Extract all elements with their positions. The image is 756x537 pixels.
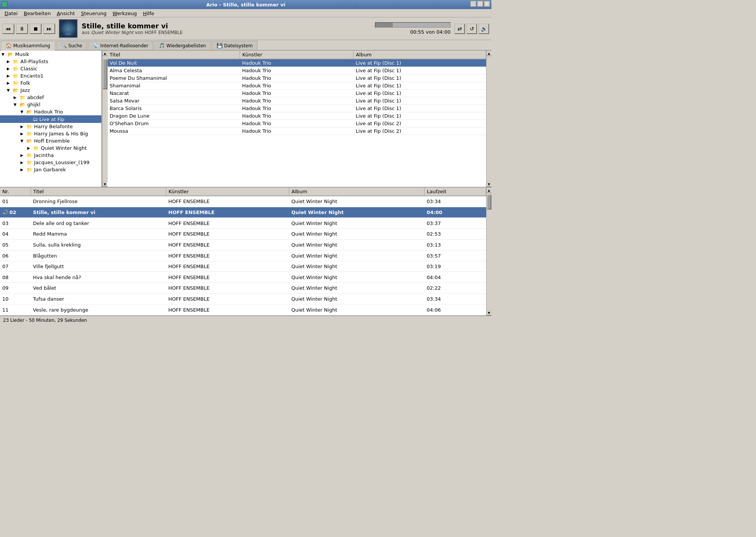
tree-item-all-playlists[interactable]: ▶ All-Playlists: [0, 58, 101, 65]
song-row[interactable]: Shamanimal Hadouk Trio Live at Fip (Disc…: [107, 82, 486, 90]
tree-scroll-up[interactable]: ▲: [102, 51, 108, 56]
tree-arrow-encanto1: ▶: [7, 74, 12, 78]
tree-scroll-thumb[interactable]: [103, 59, 107, 89]
tree-label-allplaylists: All-Playlists: [20, 59, 48, 64]
folder-icon-belafonte: [26, 124, 33, 129]
col-header-kuenstler[interactable]: Künstler: [240, 51, 353, 59]
playlist-duration: 03:37: [424, 218, 486, 229]
app-title: Ario - Stille, stille kommer vi: [206, 2, 285, 8]
playlist-row[interactable]: 09 Ved bålet HOFF ENSEMBLE Quiet Winter …: [0, 283, 486, 294]
song-title: Barca Solaris: [107, 105, 240, 112]
playlist-title: Dronning Fjellrose: [31, 196, 166, 207]
song-scrollbar[interactable]: ▲ ▼: [486, 51, 491, 187]
volume-button[interactable]: 🔊: [479, 23, 489, 34]
folder-icon-liveatfip: 🗂: [33, 116, 38, 122]
close-button[interactable]: ×: [484, 1, 490, 7]
maximize-button[interactable]: □: [477, 1, 483, 7]
song-artist: Hadouk Trio: [240, 82, 353, 90]
tab-wiedergabelisten[interactable]: 🎵 Wiedergabelisten: [154, 41, 211, 50]
col-header-titel[interactable]: Titel: [107, 51, 240, 59]
playlist-col-titel[interactable]: Titel: [31, 188, 166, 196]
folder-icon-jacintha: [26, 153, 33, 158]
song-scroll-up[interactable]: ▲: [486, 51, 492, 56]
tree-item-hadouk-trio[interactable]: ▼ Hadouk Trio: [0, 108, 101, 115]
col-header-album[interactable]: Album: [353, 51, 486, 59]
playlist-col-kuenstler[interactable]: Künstler: [166, 188, 289, 196]
song-panel: Titel Künstler Album Vol De Nuit Hadouk …: [107, 51, 486, 187]
shuffle-button[interactable]: ⇄: [454, 23, 465, 34]
tree-item-encanto1[interactable]: ▶ Encanto1: [0, 72, 101, 79]
folder-icon-jazz: [12, 88, 19, 93]
tree-item-harry-james[interactable]: ▶ Harry James & His Big: [0, 130, 101, 137]
tree-scroll-down[interactable]: ▼: [102, 182, 108, 187]
playlist-scrollbar[interactable]: ▲ ▼: [486, 188, 491, 315]
tree-item-jan-garbarek[interactable]: ▶ Jan Garbarek: [0, 166, 101, 173]
tree-label-liveatfip: Live at Fip: [39, 116, 64, 122]
playlist-row[interactable]: 11 Vesle, rare bygdeunge HOFF ENSEMBLE Q…: [0, 304, 486, 315]
tab-suche[interactable]: 🔍 Suche: [56, 41, 87, 50]
menu-werkzeug[interactable]: Werkzeug: [110, 10, 140, 16]
playlist-row[interactable]: 10 Tufsa danser HOFF ENSEMBLE Quiet Wint…: [0, 293, 486, 304]
tree-item-jacintha[interactable]: ▶ Jacintha: [0, 152, 101, 159]
playlist-scroll-up[interactable]: ▲: [486, 188, 492, 193]
minimize-button[interactable]: _: [470, 1, 476, 7]
menu-hilfe[interactable]: Hilfe: [140, 10, 157, 16]
stop-button[interactable]: ⏹: [29, 23, 42, 34]
playlist-scroll-down[interactable]: ▼: [486, 310, 492, 315]
repeat-button[interactable]: ↺: [466, 23, 477, 34]
pause-button[interactable]: ⏸: [16, 23, 28, 34]
playlist-row[interactable]: 03 Dele alle ord og tanker HOFF ENSEMBLE…: [0, 218, 486, 229]
playlist-duration: 03:57: [424, 250, 486, 261]
menu-datei[interactable]: Datei: [2, 10, 21, 16]
playlist-row[interactable]: 🔊02 Stille, stille kommer vi HOFF ENSEMB…: [0, 207, 486, 218]
playlist-row[interactable]: 01 Dronning Fjellrose HOFF ENSEMBLE Quie…: [0, 196, 486, 207]
playlist-col-laufzeit[interactable]: Laufzeit: [424, 188, 486, 196]
tree-item-live-at-fip[interactable]: 🗂 Live at Fip: [0, 115, 101, 123]
tree-item-folk[interactable]: ▶ Folk: [0, 79, 101, 87]
playlist-scroll-thumb[interactable]: [487, 194, 491, 210]
tree-item-harry-belafonte[interactable]: ▶ Harry Belafonte: [0, 123, 101, 130]
playlist-row[interactable]: 07 Ville fjellgutt HOFF ENSEMBLE Quiet W…: [0, 261, 486, 272]
song-title: Poeme Du Shamanimal: [107, 74, 240, 82]
tab-radiosender[interactable]: 📡 Internet-Radiosender: [88, 41, 153, 50]
song-row[interactable]: Moussa Hadouk Trio Live at Fip (Disc 2): [107, 127, 486, 135]
playlist-row[interactable]: 08 Hva skal hende nå? HOFF ENSEMBLE Quie…: [0, 272, 486, 283]
song-row[interactable]: Alma Celesta Hadouk Trio Live at Fip (Di…: [107, 67, 486, 74]
menu-steuerung[interactable]: Steuerung: [78, 10, 110, 16]
playlist-album: Quiet Winter Night: [289, 293, 424, 304]
song-row[interactable]: Dragon De Lune Hadouk Trio Live at Fip (…: [107, 112, 486, 120]
song-row[interactable]: Salsa Movar Hadouk Trio Live at Fip (Dis…: [107, 97, 486, 105]
playlist-row[interactable]: 04 Redd Mamma HOFF ENSEMBLE Quiet Winter…: [0, 229, 486, 240]
playlist-row[interactable]: 06 Blågutten HOFF ENSEMBLE Quiet Winter …: [0, 250, 486, 261]
playlist-col-nr[interactable]: Nr.: [0, 188, 31, 196]
tree-item-jazz[interactable]: ▼ Jazz: [0, 87, 101, 94]
tab-musiksammlung[interactable]: 🏠 Musiksammlung: [1, 41, 55, 51]
tree-label-hadouk: Hadouk Trio: [34, 109, 63, 115]
song-row[interactable]: O'Shehan Drum Hadouk Trio Live at Fip (D…: [107, 120, 486, 127]
tree-item-quiet-winter[interactable]: ▶ Quiet Winter Night: [0, 144, 101, 152]
playlist-col-album[interactable]: Album: [289, 188, 424, 196]
song-row[interactable]: Nacarat Hadouk Trio Live at Fip (Disc 1): [107, 90, 486, 97]
tree-item-jacques-loussier[interactable]: ▶ Jacques_Loussier_(199: [0, 159, 101, 166]
tree-item-abcdef[interactable]: ▶ abcdef: [0, 94, 101, 101]
tab-dateisystem[interactable]: 💾 Dateisystem: [212, 41, 257, 50]
playlist-row[interactable]: 05 Sulla, sulla krekling HOFF ENSEMBLE Q…: [0, 239, 486, 250]
prev-button[interactable]: ⏮: [2, 23, 14, 34]
tree-item-hoff-ensemble[interactable]: ▼ Hoff Ensemble: [0, 137, 101, 144]
song-album: Live at Fip (Disc 1): [353, 97, 486, 105]
menu-bearbeiten[interactable]: Bearbeiten: [21, 10, 54, 16]
song-row[interactable]: Vol De Nuit Hadouk Trio Live at Fip (Dis…: [107, 59, 486, 67]
tree-item-classic[interactable]: ▶ Classic: [0, 65, 101, 72]
menu-ansicht[interactable]: Ansicht: [54, 10, 78, 16]
song-row[interactable]: Poeme Du Shamanimal Hadouk Trio Live at …: [107, 74, 486, 82]
tree-item-ghijkl[interactable]: ▼ ghijkl: [0, 101, 101, 108]
tree-label-jan: Jan Garbarek: [34, 167, 66, 172]
progress-bar[interactable]: [375, 22, 451, 28]
song-row[interactable]: Barca Solaris Hadouk Trio Live at Fip (D…: [107, 105, 486, 112]
tree-scrollbar[interactable]: ▲ ▼: [102, 51, 107, 187]
tab-dateisystem-label: Dateisystem: [224, 43, 253, 48]
tree-arrow-abcdef: ▶: [14, 95, 19, 99]
tree-item-musik[interactable]: ▼ Musik: [0, 51, 101, 58]
song-scroll-down[interactable]: ▼: [486, 182, 492, 187]
next-button[interactable]: ⏭: [43, 23, 55, 34]
